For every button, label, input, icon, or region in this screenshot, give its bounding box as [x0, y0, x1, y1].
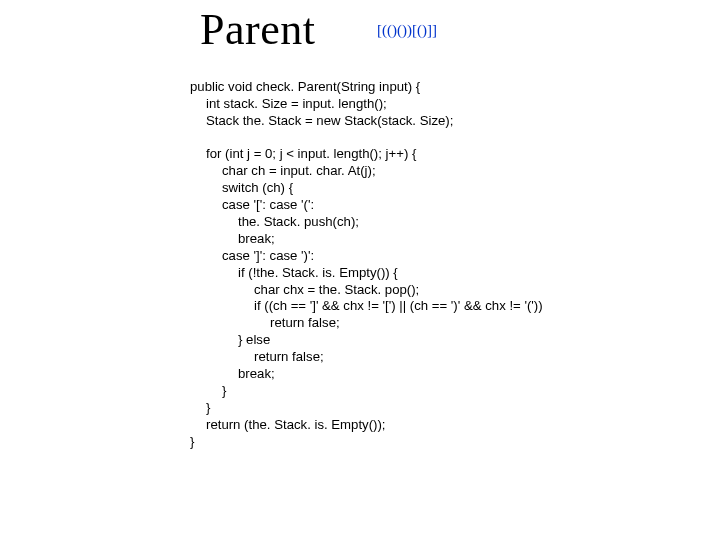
code-block: public void check. Parent(String input) … [190, 62, 543, 467]
code-line: case ']': case ')': [190, 248, 314, 265]
code-line: char chx = the. Stack. pop(); [190, 282, 419, 299]
code-line: for (int j = 0; j < input. length(); j++… [190, 146, 416, 163]
code-line: the. Stack. push(ch); [190, 214, 359, 231]
code-line: return (the. Stack. is. Empty()); [190, 417, 386, 434]
code-line: return false; [190, 315, 340, 332]
code-line: } else [190, 332, 270, 349]
code-line: char ch = input. char. At(j); [190, 163, 376, 180]
code-line: public void check. Parent(String input) … [190, 79, 420, 94]
code-line: } [190, 400, 210, 417]
code-line: break; [190, 366, 275, 383]
code-line: return false; [190, 349, 324, 366]
bracket-example: [(()())[()]] [377, 22, 437, 39]
code-line: case '[': case '(': [190, 197, 314, 214]
code-line: int stack. Size = input. length(); [190, 96, 387, 113]
code-line: } [190, 383, 226, 400]
slide-title: Parent [200, 4, 315, 55]
code-line: if (!the. Stack. is. Empty()) { [190, 265, 398, 282]
code-line: } [190, 434, 194, 449]
slide: Parent [(()())[()]] public void check. P… [0, 0, 720, 540]
code-line: Stack the. Stack = new Stack(stack. Size… [190, 113, 453, 130]
code-line: switch (ch) { [190, 180, 293, 197]
code-line: break; [190, 231, 275, 248]
code-line: if ((ch == ']' && chx != '[') || (ch == … [190, 298, 543, 315]
